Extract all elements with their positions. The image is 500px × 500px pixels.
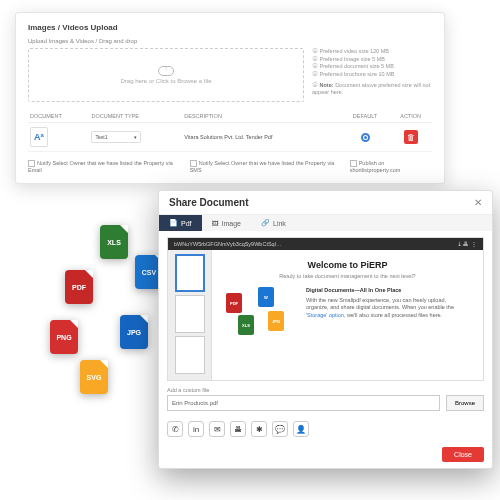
th-action: ACTION [389,110,432,123]
png-icon: PNG [50,320,78,354]
document-preview: Welcome to PiERP Ready to take document … [212,250,483,380]
tab-pdf[interactable]: 📄 Pdf [159,215,202,231]
req-item: Preferred document size 5 MB [312,63,432,71]
close-button[interactable]: Close [442,447,484,462]
viewer-actions: ⤓ 🖶 ⋮ [457,241,477,247]
slack-icon[interactable]: ✱ [251,421,267,437]
svg-icon: SVG [80,360,108,394]
browse-button[interactable]: Browse [446,395,484,411]
th-default: DEFAULT [341,110,390,123]
dialog-title: Share Document [169,197,248,208]
doc-text-block: Digital Documents—All In One Place With … [306,287,469,320]
th-type: DOCUMENT TYPE [89,110,182,123]
req-item: Preferred video size 120 MB [312,48,432,56]
doc-heading: Welcome to PiERP [308,260,388,270]
tab-image[interactable]: 🖼 Image [202,215,251,231]
upload-panel: Images / Videos Upload Upload Images & V… [15,12,445,184]
desc-cell: Vitara Solutions Pvt. Ltd. Tender Pdf [182,123,340,152]
check-sms[interactable]: Notify Select Owner that we have listed … [190,160,340,173]
table-row: Aª Test1▾ Vitara Solutions Pvt. Ltd. Ten… [28,123,432,152]
page-thumb[interactable] [175,295,205,333]
cloud-upload-icon [158,66,174,76]
req-item: Preferred brochure size 10 MB [312,71,432,79]
dropzone-text: Drag here or Click to Browse a file [120,78,211,84]
mini-pdf-icon: PDF [226,293,242,313]
delete-button[interactable]: 🗑 [404,130,418,144]
requirements-list: Preferred video size 120 MB Preferred Im… [312,48,432,102]
xls-icon: XLS [100,225,128,259]
print-icon[interactable]: 🖶 [230,421,246,437]
doc-subhead: Ready to take document management to the… [279,273,415,279]
check-publish[interactable]: Publish on shortlistproperty.com [350,160,432,173]
th-desc: DESCRIPTION [182,110,340,123]
page-thumb[interactable] [175,336,205,374]
mini-doc-icon: W [258,287,274,307]
viewer-url: bWNoYW5rbGFGNmVyb3cqSy9WbCtSql… [174,241,281,247]
linkedin-icon[interactable]: in [188,421,204,437]
doc-illustration: PDF W XLS JPG [226,287,296,342]
tab-bar: 📄 Pdf 🖼 Image 🔗 Link [159,215,492,231]
documents-table: DOCUMENT DOCUMENT TYPE DESCRIPTION DEFAU… [28,110,432,152]
viewer-toolbar: bWNoYW5rbGFGNmVyb3cqSy9WbCtSql… ⤓ 🖶 ⋮ [168,238,483,250]
thumbnail-strip [168,250,212,380]
mini-jpg-icon: JPG [268,311,284,331]
storage-link[interactable]: 'Storage' option [306,312,344,318]
req-item: Preferred Image size 5 MB [312,56,432,64]
close-icon[interactable]: ✕ [474,197,482,208]
block-title: Digital Documents—All In One Place [306,287,469,295]
jpg-icon: JPG [120,315,148,349]
panel-title: Images / Videos Upload [28,23,432,32]
share-icons-row: ✆ in ✉ 🖶 ✱ 💬 👤 [159,417,492,441]
page-thumb[interactable] [175,254,205,292]
mail-icon[interactable]: ✉ [209,421,225,437]
document-icon: Aª [30,127,48,147]
mini-xls-icon: XLS [238,315,254,335]
pdf-icon: PDF [65,270,93,304]
user-icon[interactable]: 👤 [293,421,309,437]
th-document: DOCUMENT [28,110,89,123]
check-email[interactable]: Notify Select Owner that we have listed … [28,160,180,173]
notify-checks: Notify Select Owner that we have listed … [28,160,432,173]
whatsapp-icon[interactable]: ✆ [167,421,183,437]
file-input[interactable]: Erin Products.pdf [167,395,440,411]
default-radio[interactable] [361,133,370,142]
chevron-down-icon: ▾ [134,134,137,140]
req-note: Note: Document above preferred size will… [312,82,432,97]
file-label: Add a custom file [167,387,440,393]
tab-link[interactable]: 🔗 Link [251,215,296,231]
pdf-viewer: bWNoYW5rbGFGNmVyb3cqSy9WbCtSql… ⤓ 🖶 ⋮ We… [167,237,484,381]
panel-subtitle: Upload Images & Videos / Drag and drop [28,38,432,44]
dropzone[interactable]: Drag here or Click to Browse a file [28,48,304,102]
share-dialog: Share Document ✕ 📄 Pdf 🖼 Image 🔗 Link bW… [158,190,493,469]
comment-icon[interactable]: 💬 [272,421,288,437]
type-select[interactable]: Test1▾ [91,131,141,143]
